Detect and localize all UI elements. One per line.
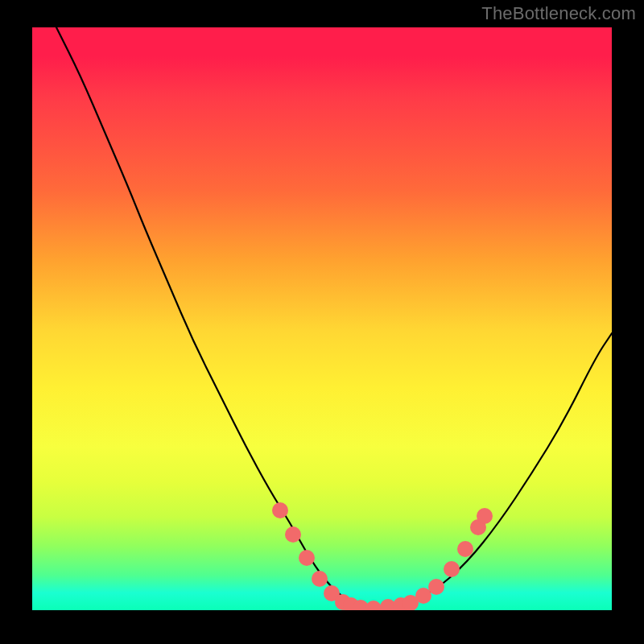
chart-overlay (32, 27, 612, 610)
curve-marker (477, 508, 493, 524)
curve-marker (365, 601, 382, 610)
watermark-text: TheBottleneck.com (481, 3, 636, 24)
chart-root: TheBottleneck.com (0, 0, 644, 644)
marker-group (272, 502, 493, 610)
curve-marker (428, 579, 444, 595)
curve-marker (312, 571, 328, 587)
curve-marker (285, 526, 301, 543)
curve-marker (299, 550, 315, 566)
bottleneck-curve (56, 27, 612, 608)
curve-marker (272, 502, 288, 518)
curve-marker (457, 541, 473, 557)
curve-marker (444, 561, 460, 577)
plot-area (32, 27, 612, 610)
